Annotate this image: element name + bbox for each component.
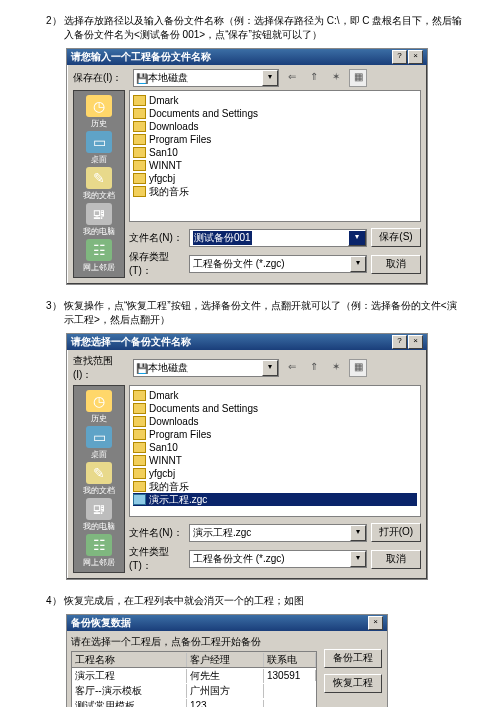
sidebar-history[interactable]: ◷历史 xyxy=(77,95,121,129)
titlebar: 请您输入一个工程备份文件名称 ? × xyxy=(67,49,427,65)
step-2: 2） 选择存放路径以及输入备份文件名称（例：选择保存路径为 C:\，即 C 盘根… xyxy=(46,14,464,42)
window-title: 请您输入一个工程备份文件名称 xyxy=(71,49,392,65)
views-icon[interactable]: ▦ xyxy=(349,359,367,377)
help-button[interactable]: ? xyxy=(392,50,407,64)
open-button[interactable]: 打开(O) xyxy=(371,523,421,542)
sidebar-docs[interactable]: ✎我的文档 xyxy=(77,167,121,201)
look-in-label: 查找范围(I)： xyxy=(73,354,129,382)
drive-icon: 💾 xyxy=(136,363,148,374)
backup-project-button[interactable]: 备份工程 xyxy=(324,649,382,668)
window-title: 请您选择一个备份文件名称 xyxy=(71,334,392,350)
list-item: Downloads xyxy=(133,120,417,133)
location-combo[interactable]: 💾本地磁盘▾ xyxy=(133,359,279,377)
list-item: San10 xyxy=(133,146,417,159)
filename-input[interactable]: 测试备份001▾ xyxy=(189,229,367,247)
hint-text: 请在选择一个工程后，点备份工程开始备份 xyxy=(71,635,317,649)
restore-result-window: 备份恢复数据 × 请在选择一个工程后，点备份工程开始备份 工程名称客户经理联系电… xyxy=(66,614,388,707)
up-icon[interactable]: ⇑ xyxy=(305,359,323,377)
close-button[interactable]: × xyxy=(408,50,423,64)
file-icon xyxy=(133,494,146,505)
restore-project-button[interactable]: 恢复工程 xyxy=(324,674,382,693)
back-icon[interactable]: ⇐ xyxy=(283,69,301,87)
step-text: 选择存放路径以及输入备份文件名称（例：选择保存路径为 C:\，即 C 盘根名目下… xyxy=(64,14,464,42)
sidebar-pc[interactable]: 🖳我的电脑 xyxy=(77,498,121,532)
step-num: 2） xyxy=(46,14,64,42)
back-icon[interactable]: ⇐ xyxy=(283,359,301,377)
step-3: 3） 恢复操作，点“恢复工程”按钮，选择备份文件，点翻开就可以了（例：选择备份的… xyxy=(46,299,464,327)
filename-input[interactable]: 演示工程.zgc▾ xyxy=(189,524,367,542)
folder-icon xyxy=(133,121,146,132)
filename-label: 文件名(N)： xyxy=(129,231,185,245)
new-folder-icon[interactable]: ✶ xyxy=(327,69,345,87)
filetype-combo[interactable]: 工程备份文件 (*.zgc)▾ xyxy=(189,255,367,273)
places-bar: ◷历史 ▭桌面 ✎我的文档 🖳我的电脑 ☷网上邻居 xyxy=(73,90,125,278)
sidebar-net[interactable]: ☷网上邻居 xyxy=(77,239,121,273)
up-icon[interactable]: ⇑ xyxy=(305,69,323,87)
cancel-button[interactable]: 取消 xyxy=(371,255,421,274)
close-button[interactable]: × xyxy=(368,616,383,630)
folder-icon xyxy=(133,134,146,145)
save-button[interactable]: 保存(S) xyxy=(371,228,421,247)
drive-icon: 💾 xyxy=(136,73,148,84)
folder-icon xyxy=(133,95,146,106)
views-icon[interactable]: ▦ xyxy=(349,69,367,87)
open-dialog: 请您选择一个备份文件名称 ?× 查找范围(I)： 💾本地磁盘▾ ⇐ ⇑ ✶ ▦ … xyxy=(66,333,428,580)
desktop-icon: ▭ xyxy=(86,131,112,153)
window-title: 备份恢复数据 xyxy=(71,615,368,631)
save-in-label: 保存在(I)： xyxy=(73,71,129,85)
sidebar-desktop[interactable]: ▭桌面 xyxy=(77,426,121,460)
folder-icon xyxy=(133,108,146,119)
list-item: Documents and Settings xyxy=(133,107,417,120)
grid-header: 工程名称客户经理联系电 xyxy=(72,652,316,668)
table-row[interactable]: 客厅--演示模板广州国方 xyxy=(72,683,316,698)
project-grid[interactable]: 工程名称客户经理联系电 演示工程何先生130591 客厅--演示模板广州国方 测… xyxy=(71,651,317,707)
network-icon: ☷ xyxy=(86,239,112,261)
filetype-label: 保存类型(T)： xyxy=(129,250,185,278)
new-folder-icon[interactable]: ✶ xyxy=(327,359,345,377)
location-combo[interactable]: 💾 本地磁盘 ▾ xyxy=(133,69,279,87)
list-item: Program Files xyxy=(133,133,417,146)
step-4: 4） 恢复完成后，在工程列表中就会消灭一个的工程；如图 xyxy=(46,594,464,608)
file-list[interactable]: Dmark Documents and Settings Downloads P… xyxy=(129,90,421,222)
folder-icon xyxy=(133,160,146,171)
sidebar-desktop[interactable]: ▭桌面 xyxy=(77,131,121,165)
filetype-combo[interactable]: 工程备份文件 (*.zgc)▾ xyxy=(189,550,367,568)
list-item: 我的音乐 xyxy=(133,185,417,198)
chevron-down-icon[interactable]: ▾ xyxy=(262,70,278,86)
help-button[interactable]: ? xyxy=(392,335,407,349)
close-button[interactable]: × xyxy=(408,335,423,349)
table-row[interactable]: 演示工程何先生130591 xyxy=(72,668,316,683)
table-row[interactable]: 测试常用模板123 xyxy=(72,698,316,707)
folder-icon xyxy=(133,147,146,158)
save-dialog: 请您输入一个工程备份文件名称 ? × 保存在(I)： 💾 本地磁盘 ▾ ⇐ ⇑ … xyxy=(66,48,428,285)
sidebar-history[interactable]: ◷历史 xyxy=(77,390,121,424)
sidebar-pc[interactable]: 🖳我的电脑 xyxy=(77,203,121,237)
folder-icon xyxy=(133,173,146,184)
list-item: WINNT xyxy=(133,159,417,172)
folder-icon xyxy=(133,186,146,197)
cancel-button[interactable]: 取消 xyxy=(371,550,421,569)
history-icon: ◷ xyxy=(86,95,112,117)
sidebar-docs[interactable]: ✎我的文档 xyxy=(77,462,121,496)
selected-file[interactable]: 演示工程.zgc xyxy=(133,493,417,506)
places-bar: ◷历史 ▭桌面 ✎我的文档 🖳我的电脑 ☷网上邻居 xyxy=(73,385,125,573)
computer-icon: 🖳 xyxy=(86,203,112,225)
file-list[interactable]: Dmark Documents and Settings Downloads P… xyxy=(129,385,421,517)
list-item: yfgcbj xyxy=(133,172,417,185)
sidebar-net[interactable]: ☷网上邻居 xyxy=(77,534,121,568)
list-item: Dmark xyxy=(133,94,417,107)
documents-icon: ✎ xyxy=(86,167,112,189)
